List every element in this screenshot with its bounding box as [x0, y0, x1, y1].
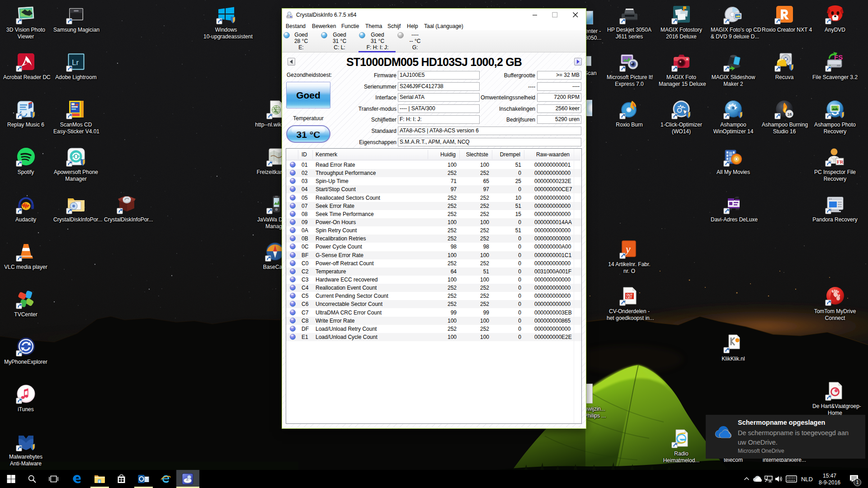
svg-text:Lr: Lr	[72, 58, 79, 67]
svg-text:LET: LET	[626, 296, 632, 299]
svg-text:FR: FR	[837, 159, 844, 164]
svg-text:y: y	[625, 243, 631, 255]
svg-text:16: 16	[787, 112, 792, 117]
